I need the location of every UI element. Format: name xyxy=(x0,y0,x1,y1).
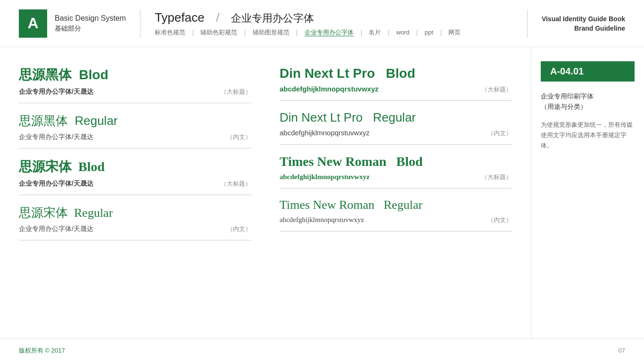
nav-title: Typeface / 企业专用办公字体 xyxy=(155,10,513,25)
header-right-divider xyxy=(527,9,528,38)
nav-link-6[interactable]: word xyxy=(396,29,409,36)
nav-link-7[interactable]: ppt xyxy=(425,29,433,36)
brand-subtitle: 基础部分 xyxy=(55,25,126,33)
times-bold-abc: abcdefghijklmnopqrstuvwxyz xyxy=(280,173,370,181)
nav-links: 标准色规范 ｜ 辅助色彩规范 ｜ 辅助图形规范 ｜ 企业专用办公字体 ｜ 名片 … xyxy=(155,28,513,37)
din-regular-tag: （内文） xyxy=(487,129,512,138)
separator-2: ｜ xyxy=(242,29,248,36)
din-regular-name: Din Next Lt Pro Regular xyxy=(280,110,512,125)
times-regular-abc: abcdefghijklmnopqrstuvwxyz xyxy=(280,216,364,224)
din-regular-demo: abcdefghijklmnopqrstuvwxyz （内文） xyxy=(280,129,512,138)
times-bold-section: Times New Roman Blod abcdefghijklmnopqrs… xyxy=(280,145,512,189)
times-regular-demo: abcdefghijklmnopqrstuvwxyz （内文） xyxy=(280,216,512,224)
din-bold-tag: （大标题） xyxy=(481,85,512,94)
din-bold-abc: abcdefghijklmnopqrstuvwxyz xyxy=(280,85,379,93)
nav-link-8[interactable]: 网页 xyxy=(448,29,461,36)
content-grid: 思源黑体 Blod 企业专用办公字体/天晟达 （大标题） 思源黑体 Regula… xyxy=(0,47,531,338)
times-bold-tag: （大标题） xyxy=(481,173,512,181)
din-bold-demo: abcdefghijklmnopqrstuvwxyz （大标题） xyxy=(280,85,512,94)
typeface-en-label: Typeface xyxy=(155,10,205,25)
siyuan-hei-bold-section: 思源黑体 Blod 企业专用办公字体/天晟达 （大标题） xyxy=(19,57,251,103)
main-area: 思源黑体 Blod 企业专用办公字体/天晟达 （大标题） 思源黑体 Regula… xyxy=(0,47,644,338)
din-regular-abc: abcdefghijklmnopqrstuvwxyz xyxy=(280,129,370,137)
right-column: Din Next Lt Pro Blod abcdefghijklmnopqrs… xyxy=(265,57,512,329)
siyuan-hei-regular-demo: 企业专用办公字体/天晟达 （内文） xyxy=(19,133,251,141)
siyuan-hei-bold-demo-text: 企业专用办公字体/天晟达 xyxy=(19,88,93,96)
siyuan-song-bold-tag: （大标题） xyxy=(221,180,251,188)
siyuan-song-bold-demo: 企业专用办公字体/天晟达 （大标题） xyxy=(19,180,251,188)
separator-5: ｜ xyxy=(386,29,392,36)
brand-title: Basic Design System xyxy=(55,14,126,23)
nav-link-4-active[interactable]: 企业专用办公字体 xyxy=(305,29,354,36)
times-regular-name: Times New Roman Regular xyxy=(280,198,512,212)
siyuan-hei-bold-tag: （大标题） xyxy=(221,88,251,96)
times-bold-name: Times New Roman Blod xyxy=(280,154,512,169)
siyuan-song-bold-demo-text: 企业专用办公字体/天晟达 xyxy=(19,180,93,188)
din-bold-section: Din Next Lt Pro Blod abcdefghijklmnopqrs… xyxy=(280,57,512,101)
separator-4: ｜ xyxy=(358,29,364,36)
left-column: 思源黑体 Blod 企业专用办公字体/天晟达 （大标题） 思源黑体 Regula… xyxy=(19,57,265,329)
sidebar-right: A-04.01 企业专用印刷字体 （用途与分类） 为使视觉形象更加统一，所有传媒… xyxy=(531,47,644,338)
times-regular-section: Times New Roman Regular abcdefghijklmnop… xyxy=(280,189,512,231)
times-bold-demo: abcdefghijklmnopqrstuvwxyz （大标题） xyxy=(280,173,512,181)
din-regular-section: Din Next Lt Pro Regular abcdefghijklmnop… xyxy=(280,101,512,145)
typeface-cn-label: 企业专用办公字体 xyxy=(231,12,314,24)
logo-letter: A xyxy=(27,15,38,32)
footer-copyright: 版权所有 © 2017 xyxy=(19,346,65,355)
siyuan-hei-regular-section: 思源黑体 Regular 企业专用办公字体/天晟达 （内文） xyxy=(19,103,251,148)
din-bold-name: Din Next Lt Pro Blod xyxy=(280,66,512,81)
logo-box: A xyxy=(19,9,47,38)
header-nav: Typeface / 企业专用办公字体 标准色规范 ｜ 辅助色彩规范 ｜ 辅助图… xyxy=(155,10,513,37)
siyuan-hei-regular-demo-text: 企业专用办公字体/天晟达 xyxy=(19,133,93,141)
siyuan-song-regular-tag: （内文） xyxy=(227,225,251,233)
siyuan-hei-regular-name: 思源黑体 Regular xyxy=(19,113,251,129)
nav-link-5[interactable]: 名片 xyxy=(369,29,381,36)
siyuan-song-bold-section: 思源宋体 Blod 企业专用办公字体/天晟达 （大标题） xyxy=(19,148,251,195)
siyuan-hei-regular-tag: （内文） xyxy=(227,133,251,141)
separator-7: ｜ xyxy=(438,29,444,36)
footer-page-number: 07 xyxy=(619,347,625,354)
header: A Basic Design System 基础部分 Typeface / 企业… xyxy=(0,0,644,47)
siyuan-song-regular-demo-text: 企业专用办公字体/天晟达 xyxy=(19,225,93,233)
siyuan-hei-bold-demo: 企业专用办公字体/天晟达 （大标题） xyxy=(19,88,251,96)
header-guide: Visual Identity Guide Book Brand Guideli… xyxy=(542,15,625,32)
siyuan-song-regular-section: 思源宋体 Regular 企业专用办公字体/天晟达 （内文） xyxy=(19,195,251,240)
header-divider xyxy=(140,9,140,38)
sidebar-title-line2: （用途与分类） xyxy=(541,103,587,110)
siyuan-song-regular-name: 思源宋体 Regular xyxy=(19,205,251,221)
nav-link-3[interactable]: 辅助图形规范 xyxy=(253,29,289,36)
guide-line1: Visual Identity Guide Book xyxy=(542,15,625,23)
header-brand: Basic Design System 基础部分 xyxy=(55,14,126,33)
sidebar-title-line1: 企业专用印刷字体 xyxy=(541,92,594,100)
guide-line2: Brand Guideline xyxy=(542,25,625,32)
times-regular-tag: （内文） xyxy=(487,216,512,224)
sidebar-description: 为使视觉形象更加统一，所有传媒使用文字均应选用本手册规定字体。 xyxy=(541,120,635,151)
section-badge: A-04.01 xyxy=(541,61,635,82)
siyuan-song-regular-demo: 企业专用办公字体/天晟达 （内文） xyxy=(19,225,251,233)
nav-link-2[interactable]: 辅助色彩规范 xyxy=(200,29,237,36)
sidebar-category-title: 企业专用印刷字体 （用途与分类） xyxy=(541,91,635,112)
separator-6: ｜ xyxy=(414,29,420,36)
siyuan-song-bold-name: 思源宋体 Blod xyxy=(19,158,251,176)
nav-link-1[interactable]: 标准色规范 xyxy=(155,29,185,36)
separator-3: ｜ xyxy=(294,29,300,36)
siyuan-hei-bold-name: 思源黑体 Blod xyxy=(19,66,251,84)
separator-1: ｜ xyxy=(190,29,196,36)
slash-separator: / xyxy=(213,10,223,25)
footer: 版权所有 © 2017 07 xyxy=(0,338,644,362)
